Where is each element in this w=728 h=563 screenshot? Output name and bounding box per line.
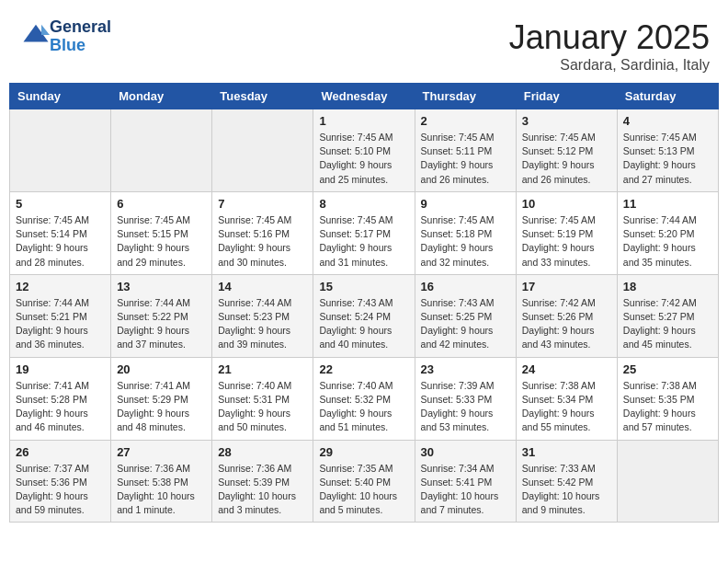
day-number: 5 (16, 197, 105, 211)
day-number: 13 (117, 280, 206, 293)
logo: General Blue (18, 18, 111, 55)
day-number: 6 (117, 197, 206, 211)
day-number: 9 (421, 197, 510, 211)
calendar-day-cell: 21Sunrise: 7:40 AMSunset: 5:31 PMDayligh… (212, 357, 313, 440)
day-info: Sunrise: 7:45 AMSunset: 5:13 PMDaylight:… (623, 131, 712, 187)
logo-line2: Blue (50, 37, 111, 55)
calendar-day-cell: 25Sunrise: 7:38 AMSunset: 5:35 PMDayligh… (617, 357, 718, 440)
calendar-day-cell: 26Sunrise: 7:37 AMSunset: 5:36 PMDayligh… (10, 440, 111, 523)
logo-line1: General (50, 18, 111, 37)
day-info: Sunrise: 7:38 AMSunset: 5:35 PMDaylight:… (623, 379, 712, 435)
day-number: 2 (421, 114, 510, 128)
day-number: 20 (117, 362, 206, 376)
calendar-day-cell: 29Sunrise: 7:35 AMSunset: 5:40 PMDayligh… (313, 440, 415, 523)
day-info: Sunrise: 7:45 AMSunset: 5:19 PMDaylight:… (522, 213, 611, 270)
calendar-day-cell (10, 109, 111, 192)
calendar-table: SundayMondayTuesdayWednesdayThursdayFrid… (9, 83, 719, 523)
day-info: Sunrise: 7:43 AMSunset: 5:24 PMDaylight:… (319, 296, 408, 352)
day-info: Sunrise: 7:41 AMSunset: 5:28 PMDaylight:… (16, 379, 105, 435)
calendar-week-row: 19Sunrise: 7:41 AMSunset: 5:28 PMDayligh… (10, 357, 719, 440)
day-info: Sunrise: 7:45 AMSunset: 5:16 PMDaylight:… (218, 213, 307, 270)
calendar-day-cell: 5Sunrise: 7:45 AMSunset: 5:14 PMDaylight… (10, 191, 111, 274)
weekday-header-row: SundayMondayTuesdayWednesdayThursdayFrid… (10, 84, 719, 109)
day-info: Sunrise: 7:41 AMSunset: 5:29 PMDaylight:… (117, 379, 206, 435)
day-number: 8 (319, 197, 408, 211)
day-number: 22 (319, 362, 408, 376)
day-number: 29 (319, 445, 408, 459)
day-info: Sunrise: 7:45 AMSunset: 5:12 PMDaylight:… (522, 131, 611, 187)
calendar-day-cell: 1Sunrise: 7:45 AMSunset: 5:10 PMDaylight… (313, 109, 415, 192)
calendar-day-cell: 14Sunrise: 7:44 AMSunset: 5:23 PMDayligh… (212, 274, 313, 357)
day-number: 31 (522, 445, 611, 459)
svg-marker-1 (41, 25, 50, 35)
weekday-header-thursday: Thursday (415, 84, 516, 109)
day-number: 14 (218, 280, 307, 293)
day-info: Sunrise: 7:45 AMSunset: 5:18 PMDaylight:… (421, 213, 510, 270)
calendar-week-row: 1Sunrise: 7:45 AMSunset: 5:10 PMDaylight… (10, 109, 719, 192)
day-info: Sunrise: 7:45 AMSunset: 5:15 PMDaylight:… (117, 213, 206, 270)
day-info: Sunrise: 7:37 AMSunset: 5:36 PMDaylight:… (16, 462, 105, 518)
title-block: January 2025 Sardara, Sardinia, Italy (509, 18, 710, 74)
calendar-day-cell (111, 109, 212, 192)
month-title: January 2025 (509, 18, 710, 57)
day-info: Sunrise: 7:44 AMSunset: 5:23 PMDaylight:… (218, 296, 307, 352)
day-info: Sunrise: 7:36 AMSunset: 5:38 PMDaylight:… (117, 462, 206, 518)
calendar-day-cell: 27Sunrise: 7:36 AMSunset: 5:38 PMDayligh… (111, 440, 212, 523)
weekday-header-friday: Friday (516, 84, 617, 109)
day-number: 1 (319, 114, 408, 128)
calendar-day-cell: 22Sunrise: 7:40 AMSunset: 5:32 PMDayligh… (313, 357, 415, 440)
day-number: 21 (218, 362, 307, 376)
calendar-week-row: 12Sunrise: 7:44 AMSunset: 5:21 PMDayligh… (10, 274, 719, 357)
day-number: 19 (16, 362, 105, 376)
day-number: 15 (319, 280, 408, 293)
day-info: Sunrise: 7:43 AMSunset: 5:25 PMDaylight:… (421, 296, 510, 352)
weekday-header-sunday: Sunday (10, 84, 111, 109)
calendar-day-cell: 30Sunrise: 7:34 AMSunset: 5:41 PMDayligh… (415, 440, 516, 523)
day-info: Sunrise: 7:45 AMSunset: 5:14 PMDaylight:… (16, 213, 105, 270)
weekday-header-saturday: Saturday (617, 84, 718, 109)
calendar-day-cell: 10Sunrise: 7:45 AMSunset: 5:19 PMDayligh… (516, 191, 617, 274)
calendar-day-cell: 28Sunrise: 7:36 AMSunset: 5:39 PMDayligh… (212, 440, 313, 523)
day-number: 26 (16, 445, 105, 459)
calendar-day-cell: 8Sunrise: 7:45 AMSunset: 5:17 PMDaylight… (313, 191, 415, 274)
day-info: Sunrise: 7:44 AMSunset: 5:20 PMDaylight:… (623, 213, 712, 270)
calendar-day-cell: 24Sunrise: 7:38 AMSunset: 5:34 PMDayligh… (516, 357, 617, 440)
day-info: Sunrise: 7:34 AMSunset: 5:41 PMDaylight:… (421, 462, 510, 518)
calendar-week-row: 26Sunrise: 7:37 AMSunset: 5:36 PMDayligh… (10, 440, 719, 523)
day-number: 27 (117, 445, 206, 459)
day-number: 28 (218, 445, 307, 459)
calendar-day-cell: 6Sunrise: 7:45 AMSunset: 5:15 PMDaylight… (111, 191, 212, 274)
day-info: Sunrise: 7:33 AMSunset: 5:42 PMDaylight:… (522, 462, 611, 518)
calendar-day-cell: 11Sunrise: 7:44 AMSunset: 5:20 PMDayligh… (617, 191, 718, 274)
day-info: Sunrise: 7:36 AMSunset: 5:39 PMDaylight:… (218, 462, 307, 518)
calendar-day-cell: 20Sunrise: 7:41 AMSunset: 5:29 PMDayligh… (111, 357, 212, 440)
calendar-day-cell: 31Sunrise: 7:33 AMSunset: 5:42 PMDayligh… (516, 440, 617, 523)
page-header: General Blue January 2025 Sardara, Sardi… (9, 9, 719, 78)
calendar-day-cell: 3Sunrise: 7:45 AMSunset: 5:12 PMDaylight… (516, 109, 617, 192)
day-number: 17 (522, 280, 611, 293)
day-info: Sunrise: 7:42 AMSunset: 5:27 PMDaylight:… (623, 296, 712, 352)
day-number: 3 (522, 114, 611, 128)
day-info: Sunrise: 7:35 AMSunset: 5:40 PMDaylight:… (319, 462, 408, 518)
calendar-day-cell: 23Sunrise: 7:39 AMSunset: 5:33 PMDayligh… (415, 357, 516, 440)
day-info: Sunrise: 7:39 AMSunset: 5:33 PMDaylight:… (421, 379, 510, 435)
calendar-day-cell (212, 109, 313, 192)
day-number: 24 (522, 362, 611, 376)
day-number: 30 (421, 445, 510, 459)
day-number: 11 (623, 197, 712, 211)
day-info: Sunrise: 7:45 AMSunset: 5:11 PMDaylight:… (421, 131, 510, 187)
calendar-day-cell: 18Sunrise: 7:42 AMSunset: 5:27 PMDayligh… (617, 274, 718, 357)
day-number: 18 (623, 280, 712, 293)
calendar-day-cell: 13Sunrise: 7:44 AMSunset: 5:22 PMDayligh… (111, 274, 212, 357)
calendar-week-row: 5Sunrise: 7:45 AMSunset: 5:14 PMDaylight… (10, 191, 719, 274)
day-number: 16 (421, 280, 510, 293)
day-info: Sunrise: 7:38 AMSunset: 5:34 PMDaylight:… (522, 379, 611, 435)
logo-icon (22, 21, 50, 49)
day-number: 10 (522, 197, 611, 211)
calendar-day-cell: 7Sunrise: 7:45 AMSunset: 5:16 PMDaylight… (212, 191, 313, 274)
day-number: 25 (623, 362, 712, 376)
day-number: 12 (16, 280, 105, 293)
location-subtitle: Sardara, Sardinia, Italy (509, 57, 710, 74)
day-number: 4 (623, 114, 712, 128)
day-info: Sunrise: 7:42 AMSunset: 5:26 PMDaylight:… (522, 296, 611, 352)
